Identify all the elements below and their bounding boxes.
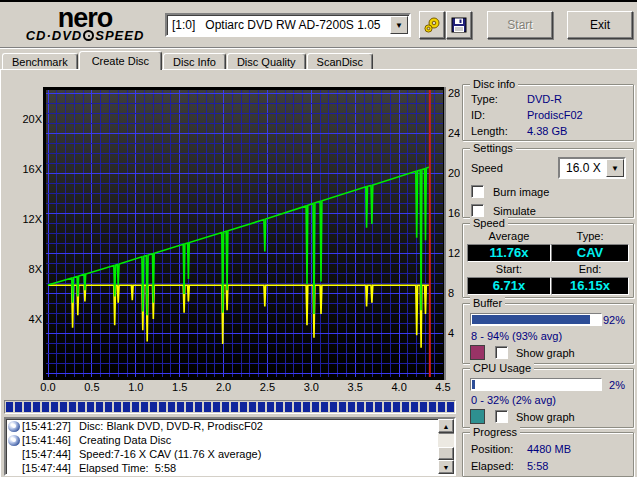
left-axis-tick: 4X xyxy=(29,313,43,325)
drive-selector-value: [1:0] Optiarc DVD RW AD-7200S 1.05 xyxy=(172,18,381,32)
cpu-color-swatch[interactable] xyxy=(470,409,485,424)
settings-group: Settings Speed 16.0 X ▼ Burn image Simul… xyxy=(462,148,634,218)
chart-svg: 4X8X12X16X20X4812162024280.00.51.01.52.0… xyxy=(4,86,460,398)
logo-text-nero: nero xyxy=(10,7,160,29)
nero-logo: nero CD·DVDSPEED xyxy=(10,7,160,43)
exit-button[interactable]: Exit xyxy=(567,11,633,39)
log-entry[interactable]: [15:41:27]Disc: Blank DVD, DVD-R, Prodis… xyxy=(6,419,454,433)
tab-bar: BenchmarkCreate DiscDisc InfoDisc Qualit… xyxy=(2,51,374,70)
log-scrollbar[interactable]: ▲ ▼ xyxy=(438,419,454,474)
buffer-bar xyxy=(470,313,602,326)
log-timestamp: [15:41:27] xyxy=(22,420,71,432)
progress-group: Progress Position:4480 MBElapsed:5:58 xyxy=(462,432,634,477)
log-timestamp: [15:41:46] xyxy=(22,434,71,446)
buffer-color-swatch[interactable] xyxy=(470,345,485,360)
speed-title: Speed xyxy=(470,217,508,230)
speed-select[interactable]: 16.0 X ▼ xyxy=(558,157,626,179)
speed-cell-value: 11.76x xyxy=(467,244,551,262)
tab-disc-quality[interactable]: Disc Quality xyxy=(227,53,306,70)
log-entry[interactable]: [15:47:44]Elapsed Time: 5:58 xyxy=(6,461,454,475)
speed-cell: Average11.76x xyxy=(467,230,551,262)
buffer-title: Buffer xyxy=(470,297,505,310)
cpu-percent: 2% xyxy=(609,379,625,391)
burn-speed-chart: 4X8X12X16X20X4812162024280.00.51.01.52.0… xyxy=(4,86,460,398)
right-axis-tick: 12 xyxy=(448,247,460,259)
tab-scandisc[interactable]: ScanDisc xyxy=(307,53,373,70)
burn-image-label: Burn image xyxy=(493,186,549,198)
speed-cell-label: Start: xyxy=(467,263,551,275)
speed-cell-label: Average xyxy=(467,230,551,242)
info-label: Length: xyxy=(471,125,508,137)
speed-cell: End:16.15x xyxy=(551,263,629,295)
tab-disc-info[interactable]: Disc Info xyxy=(163,53,226,70)
speed-cell-label: End: xyxy=(551,263,629,275)
simulate-checkbox[interactable] xyxy=(471,204,484,217)
disc-icon xyxy=(8,421,20,432)
log-entry[interactable]: [15:47:44]Speed:7-16 X CAV (11.76 X aver… xyxy=(6,447,454,461)
log-message: Disc: Blank DVD, DVD-R, ProdiscF02 xyxy=(79,420,263,432)
x-axis-tick: 0.5 xyxy=(84,381,99,393)
tab-create-disc[interactable]: Create Disc xyxy=(79,51,162,70)
info-value: 4.38 GB xyxy=(527,125,567,137)
options-button[interactable] xyxy=(419,11,445,39)
cpu-bar-fill xyxy=(472,380,475,389)
burn-progress-bar xyxy=(4,400,456,414)
buffer-range: 8 - 94% (93% avg) xyxy=(471,330,562,342)
log-message: Elapsed Time: 5:58 xyxy=(79,462,176,474)
left-axis-tick: 12X xyxy=(22,213,42,225)
drive-selector-dropdown-arrow[interactable]: ▼ xyxy=(390,16,408,34)
x-axis-tick: 4.0 xyxy=(391,381,406,393)
cpu-usage-group: CPU Usage 2% 0 - 32% (2% avg) Show graph xyxy=(462,368,634,428)
x-axis-tick: 2.0 xyxy=(216,381,231,393)
speed-cell-value: CAV xyxy=(551,244,629,262)
x-axis-tick: 3.0 xyxy=(304,381,319,393)
log-timestamp: [15:47:44] xyxy=(22,462,71,474)
cpu-bar xyxy=(470,378,602,391)
options-icon xyxy=(423,16,441,34)
right-axis-tick: 28 xyxy=(448,87,460,99)
save-button[interactable] xyxy=(446,11,472,39)
left-axis-tick: 16X xyxy=(22,163,42,175)
speed-cell: Start:6.71x xyxy=(467,263,551,295)
right-axis-tick: 4 xyxy=(448,327,454,339)
disc-info-title: Disc info xyxy=(470,78,518,91)
info-value: 4480 MB xyxy=(527,443,571,455)
cpu-usage-title: CPU Usage xyxy=(470,362,534,375)
buffer-bar-fill xyxy=(472,315,590,324)
x-axis-tick: 3.5 xyxy=(348,381,363,393)
speed-select-value: 16.0 X xyxy=(566,161,601,175)
disc-icon xyxy=(8,435,20,446)
x-axis-tick: 1.5 xyxy=(172,381,187,393)
log-message: Creating Data Disc xyxy=(79,434,171,446)
log-entry[interactable]: [15:41:46]Creating Data Disc xyxy=(6,433,454,447)
app-window: nero CD·DVDSPEED [1:0] Optiarc DVD RW AD… xyxy=(0,0,637,477)
right-axis-tick: 20 xyxy=(448,167,460,179)
x-axis-tick: 2.5 xyxy=(260,381,275,393)
info-value: DVD-R xyxy=(527,93,562,105)
buffer-show-graph-checkbox[interactable] xyxy=(495,346,508,359)
drive-selector[interactable]: [1:0] Optiarc DVD RW AD-7200S 1.05 ▼ xyxy=(165,13,411,37)
speed-cell-label: Type: xyxy=(551,230,629,242)
right-axis-tick: 16 xyxy=(448,207,460,219)
speed-cell-value: 6.71x xyxy=(467,277,551,295)
save-icon xyxy=(451,17,467,33)
event-log[interactable]: [15:41:27]Disc: Blank DVD, DVD-R, Prodis… xyxy=(4,417,456,476)
burn-image-checkbox[interactable] xyxy=(471,185,484,198)
speed-group: Speed Average11.76xType:CAVStart:6.71xEn… xyxy=(462,223,634,298)
scrollbar-thumb[interactable] xyxy=(438,447,454,460)
scroll-down-icon[interactable]: ▼ xyxy=(438,460,454,474)
info-label: ID: xyxy=(471,109,485,121)
info-label: Type: xyxy=(471,93,498,105)
x-axis-tick: 0.0 xyxy=(40,381,55,393)
speed-select-dropdown-arrow[interactable]: ▼ xyxy=(606,159,624,177)
simulate-label: Simulate xyxy=(493,205,536,217)
burn-progress-fill xyxy=(6,402,454,412)
scroll-up-icon[interactable]: ▲ xyxy=(438,419,454,433)
start-button[interactable]: Start xyxy=(487,11,553,39)
speed-cell-value: 16.15x xyxy=(551,277,629,295)
cpu-show-graph-checkbox[interactable] xyxy=(495,410,508,423)
x-axis-tick: 4.5 xyxy=(435,381,450,393)
info-label: Position: xyxy=(471,443,513,455)
tab-benchmark[interactable]: Benchmark xyxy=(2,53,78,70)
speed-select-label: Speed xyxy=(471,162,503,174)
